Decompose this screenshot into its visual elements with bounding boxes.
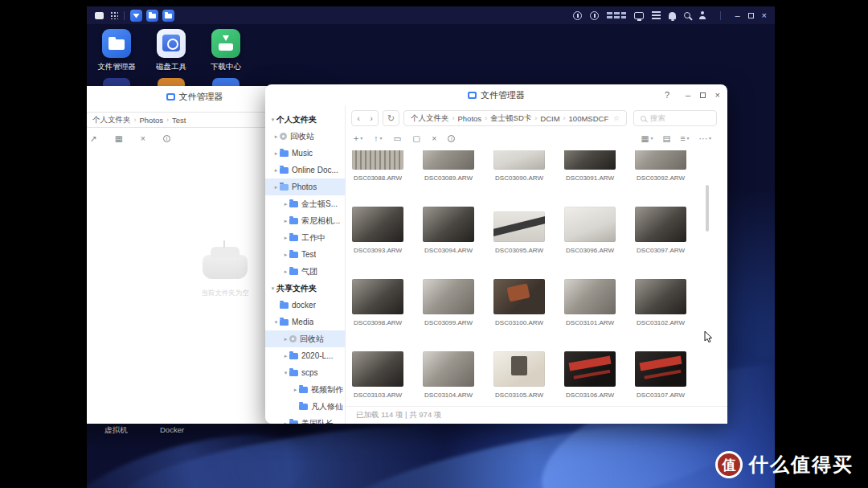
tree-item[interactable]: ▾Media: [265, 314, 345, 330]
photo-thumbnail[interactable]: [564, 207, 616, 242]
tree-caret-icon[interactable]: ▾: [269, 117, 276, 123]
tree-caret-icon[interactable]: ▸: [282, 218, 289, 224]
breadcrumb-item[interactable]: 100MSDCF: [569, 114, 608, 123]
tree-item[interactable]: ▸回收站: [265, 128, 345, 145]
file-item[interactable]: DSC03096.ARW: [555, 197, 625, 269]
breadcrumb-item[interactable]: 金士顿SD卡: [490, 113, 531, 124]
scrollbar-thumb[interactable]: [706, 185, 709, 232]
upload-status-icon[interactable]: [590, 11, 599, 20]
close-button[interactable]: ×: [715, 84, 720, 105]
minimize-button[interactable]: –: [686, 84, 690, 105]
breadcrumb-item[interactable]: 个人文件夹: [411, 113, 449, 124]
copy-icon[interactable]: ▭: [393, 134, 401, 143]
sidebar-section-header[interactable]: ▾个人文件夹: [265, 111, 345, 128]
view-mode-icon[interactable]: ▦: [641, 134, 653, 143]
detail-panel-icon[interactable]: ▤: [662, 134, 670, 143]
photo-thumbnail[interactable]: [352, 207, 403, 242]
file-item[interactable]: DSC03093.ARW: [346, 197, 413, 269]
photo-thumbnail[interactable]: [423, 351, 474, 387]
tree-item[interactable]: ▸索尼相机...: [265, 212, 345, 229]
user-icon[interactable]: [698, 11, 706, 19]
breadcrumb-item[interactable]: 个人文件夹: [92, 115, 131, 125]
tree-caret-icon[interactable]: ▾: [269, 285, 276, 292]
back-button[interactable]: ‹: [353, 114, 364, 123]
tree-caret-icon[interactable]: ▸: [282, 353, 289, 359]
tree-item[interactable]: ▸工作中: [265, 229, 345, 246]
sidebar-section-header[interactable]: ▾共享文件夹: [265, 280, 345, 297]
file-item[interactable]: DSC03104.ARW: [413, 342, 484, 414]
refresh-button[interactable]: ↻: [383, 110, 399, 126]
tree-caret-icon[interactable]: ▸: [272, 184, 280, 191]
view-grid-icon[interactable]: ▦: [115, 134, 123, 143]
desktop-icon-download-center[interactable]: 下载中心: [203, 29, 249, 72]
tree-caret-icon[interactable]: ▾: [282, 370, 289, 376]
task-list-icon[interactable]: [652, 11, 661, 19]
breadcrumb-item[interactable]: Test: [172, 116, 186, 125]
tree-item[interactable]: ▸美国队长D...: [265, 415, 345, 424]
file-item[interactable]: DSC03100.ARW: [484, 269, 555, 342]
desktop-icon-disk-tools[interactable]: 磁盘工具: [148, 29, 194, 72]
new-icon[interactable]: +: [354, 134, 362, 143]
device-icon[interactable]: [634, 12, 644, 19]
tree-caret-icon[interactable]: ▾: [272, 319, 280, 326]
tree-item[interactable]: ▸金士顿S...: [265, 195, 345, 212]
forward-button[interactable]: ›: [366, 114, 377, 123]
tree-item[interactable]: ▸Photos: [265, 178, 345, 195]
tree-item[interactable]: ▸回收站: [265, 330, 345, 347]
delete-icon[interactable]: ×: [432, 134, 436, 143]
folder-app-icon[interactable]: [162, 10, 174, 22]
photo-thumbnail[interactable]: [564, 279, 616, 314]
tree-caret-icon[interactable]: ▸: [292, 387, 299, 393]
desktop-icon-label-docker[interactable]: Docker: [160, 425, 184, 434]
tree-item[interactable]: ▸视频制作: [265, 381, 345, 398]
delete-icon[interactable]: ×: [141, 134, 145, 143]
tree-item[interactable]: 凡人修仙: [265, 398, 345, 415]
file-item[interactable]: DSC03106.ARW: [555, 342, 625, 414]
files-app-icon[interactable]: [146, 10, 158, 22]
file-item[interactable]: DSC03103.ARW: [346, 342, 413, 414]
photo-thumbnail[interactable]: [493, 351, 545, 387]
file-item[interactable]: DSC03098.ARW: [346, 269, 413, 342]
tree-item[interactable]: ▸气团: [265, 263, 345, 280]
share-icon[interactable]: ↗: [90, 134, 97, 143]
desktop-icon-file-manager[interactable]: 文件管理器: [93, 29, 140, 72]
photo-thumbnail[interactable]: [352, 279, 403, 314]
info-icon[interactable]: i: [448, 134, 455, 143]
file-item[interactable]: DSC03102.ARW: [625, 269, 696, 342]
file-item[interactable]: DSC03101.ARW: [555, 269, 625, 342]
file-item[interactable]: DSC03095.ARW: [484, 197, 555, 269]
photo-thumbnail[interactable]: [564, 351, 616, 387]
tree-caret-icon[interactable]: ▸: [282, 201, 289, 207]
more-icon[interactable]: ⋯: [698, 134, 711, 143]
tree-caret-icon[interactable]: ▸: [272, 167, 280, 174]
download-status-icon[interactable]: [573, 11, 582, 20]
photo-thumbnail[interactable]: [493, 211, 545, 242]
maximize-button[interactable]: [748, 13, 754, 18]
launcher-logo-icon[interactable]: [95, 12, 104, 19]
breadcrumb[interactable]: 个人文件夹›Photos›金士顿SD卡›DCIM›100MSDCF ☆: [403, 110, 627, 126]
close-button[interactable]: ×: [762, 11, 767, 20]
file-item[interactable]: DSC03107.ARW: [625, 342, 696, 414]
help-button[interactable]: ?: [665, 84, 669, 105]
photo-thumbnail[interactable]: [423, 207, 474, 242]
photo-thumbnail[interactable]: [635, 351, 686, 387]
tree-caret-icon[interactable]: ▸: [272, 133, 280, 140]
breadcrumb-item[interactable]: Photos: [140, 116, 164, 125]
upload-icon[interactable]: ↑: [374, 134, 382, 143]
tree-caret-icon[interactable]: ▸: [282, 336, 289, 342]
tree-item[interactable]: ▸Test: [265, 246, 345, 263]
move-icon[interactable]: ▢: [412, 134, 420, 143]
notification-bell-icon[interactable]: [669, 12, 676, 19]
search-input[interactable]: 搜索: [633, 110, 717, 126]
tree-caret-icon[interactable]: ▸: [282, 235, 289, 241]
tree-caret-icon[interactable]: ▸: [282, 252, 289, 258]
photo-thumbnail[interactable]: [423, 279, 474, 314]
tree-caret-icon[interactable]: ▸: [282, 269, 289, 275]
sort-icon[interactable]: ≡: [680, 134, 689, 143]
photo-thumbnail[interactable]: [352, 351, 403, 387]
tree-caret-icon[interactable]: ▸: [272, 150, 280, 157]
breadcrumb-item[interactable]: Photos: [458, 114, 482, 123]
favorite-icon[interactable]: ☆: [608, 114, 620, 122]
file-item[interactable]: DSC03105.ARW: [484, 342, 555, 414]
tree-item[interactable]: ▾scps: [265, 364, 345, 381]
